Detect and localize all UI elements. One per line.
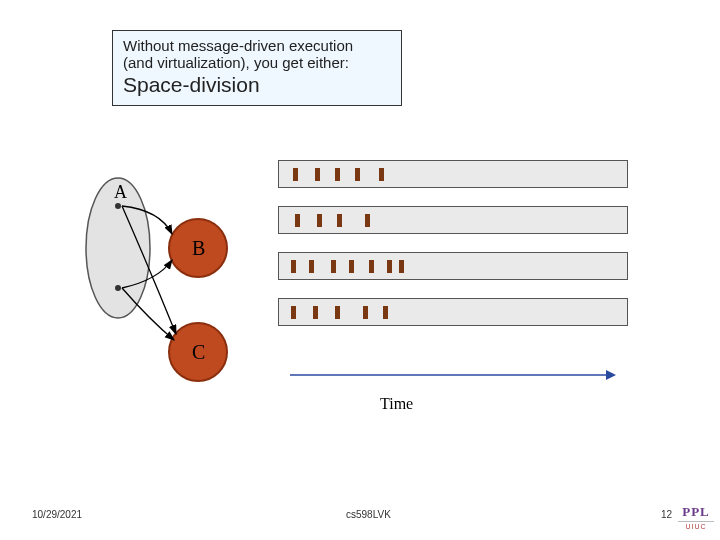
busy-tick [291,260,296,273]
footer-inst: UIUC [678,521,714,530]
title-box: Without message-driven execution (and vi… [112,30,402,106]
busy-tick [399,260,404,273]
busy-tick [313,306,318,319]
node-c-label: C [192,341,205,363]
busy-tick [365,214,370,227]
dependency-diagram: A B C [80,170,260,390]
busy-tick [293,168,298,181]
svg-point-2 [115,285,121,291]
timeline-row-0 [278,160,628,188]
busy-tick [315,168,320,181]
title-subline-2: (and virtualization), you get either: [123,54,391,71]
busy-tick [369,260,374,273]
busy-tick [291,306,296,319]
busy-tick [363,306,368,319]
busy-tick [331,260,336,273]
busy-tick [383,306,388,319]
title-subline-1: Without message-driven execution [123,37,391,54]
title-main: Space-division [123,73,391,97]
timeline-bars [278,160,628,344]
node-b-label: B [192,237,205,259]
node-a-label: A [114,182,127,202]
time-axis-label: Time [380,395,413,413]
timeline-row-3 [278,298,628,326]
busy-tick [317,214,322,227]
footer-org: PPL [678,504,714,520]
busy-tick [335,306,340,319]
footer-date: 10/29/2021 [32,509,82,520]
footer-course-code: cs598LVK [346,509,391,520]
busy-tick [349,260,354,273]
busy-tick [387,260,392,273]
busy-tick [355,168,360,181]
busy-tick [309,260,314,273]
busy-tick [335,168,340,181]
svg-point-1 [115,203,121,209]
busy-tick [379,168,384,181]
time-axis-arrow [288,368,616,382]
busy-tick [295,214,300,227]
timeline-row-1 [278,206,628,234]
timeline-row-2 [278,252,628,280]
busy-tick [337,214,342,227]
footer-logo: PPL UIUC [678,504,714,530]
footer-page-number: 12 [661,509,672,520]
